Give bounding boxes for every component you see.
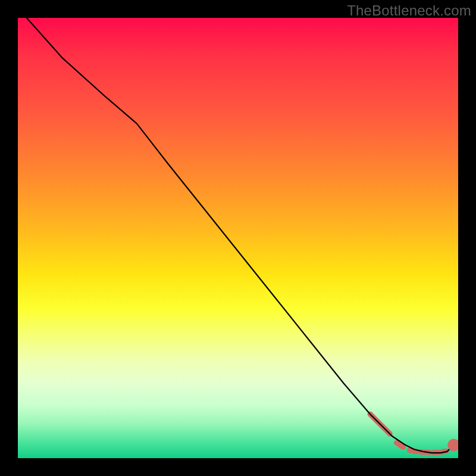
plot-area [18,18,458,458]
chart-svg [18,18,458,458]
optimal-range-dash [410,450,416,452]
chart-container: TheBottleneck.com [0,0,476,476]
watermark-text: TheBottleneck.com [347,2,471,19]
bottleneck-curve [27,18,454,453]
